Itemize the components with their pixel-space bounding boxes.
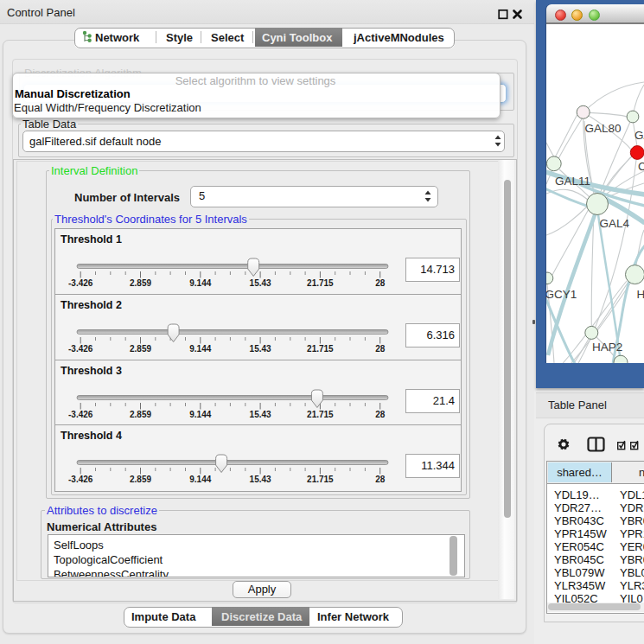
svg-text:GAL4: GAL4 [600,217,630,230]
svg-text:21.715: 21.715 [307,410,334,419]
svg-text:28: 28 [375,344,386,354]
svg-text:HAP2: HAP2 [592,341,622,354]
svg-text:9.144: 9.144 [189,410,211,419]
svg-text:GAL80: GAL80 [585,122,622,135]
svg-text:28: 28 [375,278,386,288]
svg-text:GCY1: GCY1 [546,288,577,301]
svg-text:9.144: 9.144 [189,344,211,354]
svg-text:GA: GA [634,129,644,142]
svg-text:28: 28 [375,410,386,419]
svg-text:2.859: 2.859 [130,278,151,288]
svg-text:28: 28 [375,475,386,484]
svg-text:-3.426: -3.426 [68,410,93,419]
svg-text:21.715: 21.715 [307,278,334,288]
svg-text:C: C [638,160,644,173]
svg-text:15.43: 15.43 [250,475,271,484]
svg-text:-3.426: -3.426 [68,278,93,288]
svg-text:-3.426: -3.426 [68,475,93,484]
svg-text:GAL11: GAL11 [555,175,590,188]
svg-text:21.715: 21.715 [307,344,334,354]
svg-text:9.144: 9.144 [189,278,211,288]
svg-text:2.859: 2.859 [130,344,151,354]
svg-text:15.43: 15.43 [250,344,271,354]
svg-text:2.859: 2.859 [130,410,151,419]
svg-text:9.144: 9.144 [189,475,211,484]
svg-text:15.43: 15.43 [250,278,271,288]
svg-text:21.715: 21.715 [307,475,334,484]
svg-text:H: H [637,288,644,301]
svg-text:2.859: 2.859 [130,475,151,484]
svg-text:-3.426: -3.426 [68,344,93,354]
svg-text:15.43: 15.43 [250,410,271,419]
